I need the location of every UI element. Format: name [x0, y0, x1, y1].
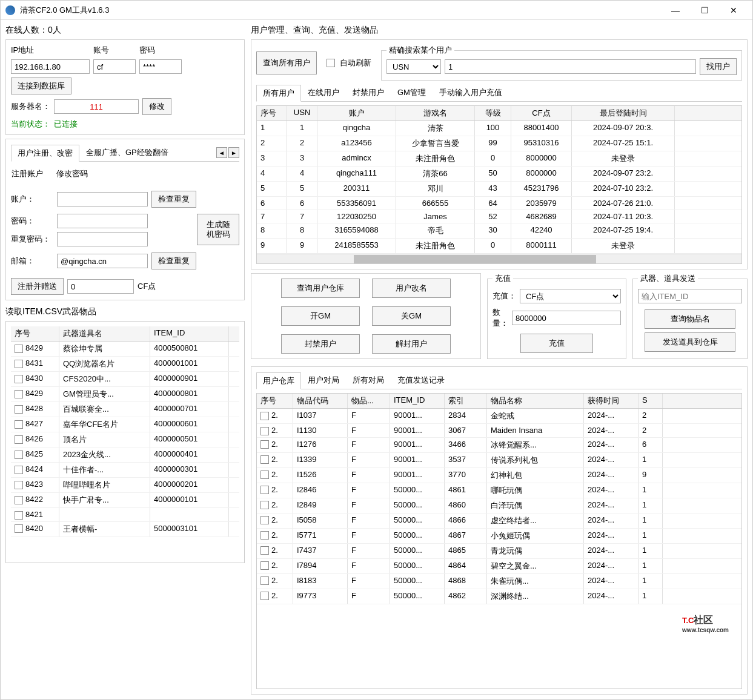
recharge-button[interactable]: 充值	[520, 334, 593, 353]
cf-bonus-input[interactable]	[67, 279, 134, 294]
item-row[interactable]: 8431QQ浏览器名片4000001001	[11, 357, 239, 372]
rename-user-button[interactable]: 用户改名	[372, 279, 451, 298]
send-item-button[interactable]: 发送道具到仓库	[645, 332, 735, 352]
warehouse-row[interactable]: 2.I7437F50000...4865青龙玩偶2024-...1	[257, 544, 741, 559]
checkbox-icon[interactable]	[260, 546, 269, 555]
warehouse-row[interactable]: 2.I7894F50000...4864碧空之翼金...2024-...1	[257, 559, 741, 574]
find-user-button[interactable]: 找用户	[700, 58, 737, 75]
close-gm-button[interactable]: 关GM	[372, 306, 451, 326]
user-col-gamename[interactable]: 游戏名	[396, 106, 475, 121]
user-row[interactable]: 77122030250James5246826892024-07-11 20:3…	[257, 210, 741, 223]
warehouse-row[interactable]: 2.I1339F90001...3537传说系列礼包2024-...1	[257, 453, 741, 468]
warehouse-row[interactable]: 2.I2849F50000...4860白泽玩偶2024-...1	[257, 498, 741, 513]
user-row[interactable]: 883165594088帝毛30422402024-07-25 19:4.	[257, 223, 741, 239]
item-row[interactable]: 8421	[11, 508, 239, 522]
tab-scroll-right-icon[interactable]: ►	[228, 147, 239, 158]
checkbox-icon[interactable]	[260, 576, 269, 585]
item-col-id[interactable]: ITEM_ID	[150, 326, 229, 341]
checkbox-icon[interactable]	[260, 486, 269, 494]
wh-col-itemid[interactable]: ITEM_ID	[390, 394, 445, 408]
checkbox-icon[interactable]	[15, 375, 23, 383]
check-dup-email-button[interactable]: 检查重复	[151, 253, 196, 269]
modify-server-button[interactable]: 修改	[142, 98, 171, 115]
warehouse-row[interactable]: 2.I8183F50000...4868朱雀玩偶...2024-...1	[257, 574, 741, 589]
tab-all-users[interactable]: 所有用户	[256, 85, 301, 102]
item-row[interactable]: 8420王者横幅-5000003101	[11, 522, 239, 537]
checkbox-icon[interactable]	[260, 561, 269, 570]
checkbox-icon[interactable]	[15, 524, 23, 533]
checkbox-icon[interactable]	[15, 451, 23, 459]
item-row[interactable]: 8423哔哩哔哩名片4000000201	[11, 478, 239, 493]
auto-refresh-checkbox[interactable]: 自动刷新	[327, 58, 371, 68]
minimize-button[interactable]: —	[662, 1, 689, 19]
user-table-scrollbar[interactable]	[257, 254, 741, 263]
register-button[interactable]: 注册并赠送	[11, 278, 64, 295]
checkbox-icon[interactable]	[260, 427, 269, 435]
user-col-lastlogin[interactable]: 最后登陆时间	[572, 106, 675, 121]
tab-all-matches[interactable]: 所有对局	[346, 372, 391, 389]
item-row[interactable]: 8429GM管理员专...4000000801	[11, 387, 239, 402]
checkbox-icon[interactable]	[15, 345, 23, 353]
unban-user-button[interactable]: 解封用户	[372, 334, 451, 354]
tab-scroll-left-icon[interactable]: ◄	[216, 147, 227, 158]
warehouse-row[interactable]: 2.I1130F90001...3067Maiden Insana2024-..…	[257, 424, 741, 438]
checkbox-icon[interactable]	[260, 471, 269, 479]
tab-user-warehouse[interactable]: 用户仓库	[256, 372, 301, 389]
item-row[interactable]: 8428百城联赛全...4000000701	[11, 402, 239, 417]
checkbox-icon[interactable]	[260, 516, 269, 524]
query-warehouse-button[interactable]: 查询用户仓库	[281, 279, 360, 298]
user-col-cf[interactable]: CF点	[511, 106, 572, 121]
warehouse-row[interactable]: 2.I9773F50000...4862深渊终结...2024-...1	[257, 589, 741, 604]
tab-manual-recharge[interactable]: 手动输入用户充值	[433, 84, 509, 101]
tab-banned-users[interactable]: 封禁用户	[346, 84, 391, 101]
user-row[interactable]: 992418585553未注册角色08000111未登录	[257, 239, 741, 254]
subtab-register[interactable]: 注册账户	[11, 165, 50, 182]
query-item-name-button[interactable]: 查询物品名	[645, 309, 735, 329]
wh-col-seq[interactable]: 序号	[257, 394, 293, 408]
user-row[interactable]: 55200311邓川43452317962024-07-10 23:2.	[257, 182, 741, 197]
item-row[interactable]: 8426顶名片4000000501	[11, 432, 239, 447]
wh-col-s[interactable]: S	[639, 394, 663, 408]
wh-col-name[interactable]: 物品名称	[487, 394, 584, 408]
tab-recharge-log[interactable]: 充值发送记录	[391, 372, 451, 389]
user-col-level[interactable]: 等级	[475, 106, 511, 121]
user-row[interactable]: 44qingcha111清茶665080000002024-09-07 23:2…	[257, 167, 741, 182]
acct-conn-input[interactable]	[93, 59, 136, 74]
item-row[interactable]: 84252023金火线...4000000401	[11, 447, 239, 463]
checkbox-icon[interactable]	[260, 412, 269, 420]
query-all-users-button[interactable]: 查询所有用户	[256, 51, 317, 74]
user-row[interactable]: 665533560916665556420359792024-07-26 21:…	[257, 197, 741, 210]
checkbox-icon[interactable]	[260, 531, 269, 540]
close-button[interactable]: ✕	[720, 1, 748, 19]
user-col-acct[interactable]: 账户	[317, 106, 396, 121]
tab-gm-mgmt[interactable]: GM管理	[391, 84, 433, 101]
reg-pwd2-input[interactable]	[57, 232, 148, 246]
item-row[interactable]: 8424十佳作者-...4000000301	[11, 463, 239, 478]
server-input[interactable]	[54, 99, 139, 114]
warehouse-row[interactable]: 2.I1276F90001...3466冰锋觉醒系...2024-...6	[257, 438, 741, 453]
warehouse-row[interactable]: 2.I5771F50000...4867小兔姬玩偶2024-...1	[257, 529, 741, 544]
tab-broadcast[interactable]: 全服广播、GP经验翻倍	[79, 144, 175, 161]
warehouse-row[interactable]: 2.I1526F90001...3770幻神礼包2024-...9	[257, 468, 741, 483]
recharge-type-select[interactable]: CF点	[520, 289, 621, 303]
warehouse-row[interactable]: 2.I5058F50000...4866虚空终结者...2024-...1	[257, 513, 741, 529]
checkbox-icon[interactable]	[15, 420, 23, 429]
tab-online-users[interactable]: 在线用户	[301, 84, 346, 101]
item-row[interactable]: 8429蔡徐坤专属4000500801	[11, 342, 239, 357]
ip-input[interactable]	[11, 59, 90, 74]
recharge-amt-input[interactable]	[512, 311, 621, 325]
user-col-usn[interactable]: USN	[287, 106, 317, 121]
user-row[interactable]: 22a123456少拿誓言当爱99953103162024-07-25 15:1…	[257, 136, 741, 151]
subtab-changepwd[interactable]: 修改密码	[50, 165, 95, 182]
warehouse-row[interactable]: 2.I2846F50000...4861哪吒玩偶2024-...1	[257, 483, 741, 498]
checkbox-icon[interactable]	[15, 511, 23, 520]
checkbox-icon[interactable]	[260, 440, 269, 449]
reg-acct-input[interactable]	[57, 192, 148, 206]
user-row[interactable]: 11qingcha清茶100880014002024-09-07 20:3.	[257, 121, 741, 136]
item-id-input[interactable]	[638, 289, 742, 303]
tab-user-matches[interactable]: 用户对局	[301, 372, 346, 389]
check-dup-acct-button[interactable]: 检查重复	[151, 191, 196, 208]
reg-pwd-input[interactable]	[57, 214, 148, 228]
checkbox-icon[interactable]	[15, 360, 23, 368]
checkbox-icon[interactable]	[15, 405, 23, 414]
